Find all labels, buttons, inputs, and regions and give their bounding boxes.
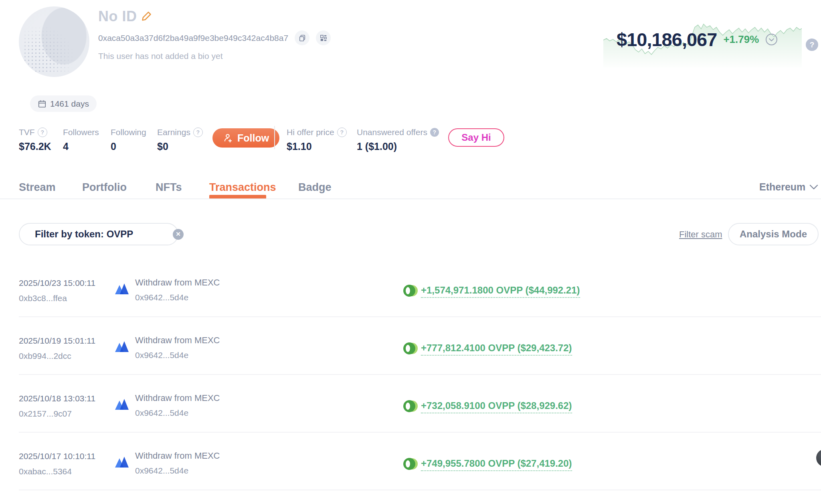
stat-value: $0	[157, 141, 203, 152]
token-filter-input[interactable]	[34, 228, 167, 240]
row-divider	[19, 374, 821, 375]
chain-selector[interactable]: Ethereum	[759, 181, 818, 193]
tx-date: 2025/10/19 15:01:11	[19, 336, 95, 346]
person-add-icon	[223, 133, 233, 143]
tx-date: 2025/10/18 13:03:11	[19, 394, 95, 403]
follow-button[interactable]: Follow	[212, 128, 279, 148]
chain-selector-value: Ethereum	[759, 181, 805, 193]
mexc-logo-icon	[114, 396, 129, 411]
transaction-row: 2025/10/19 15:01:11 0xb994...2dcc Withdr…	[0, 333, 821, 391]
hi-offer-help-icon[interactable]: ?	[337, 128, 347, 137]
edit-name-icon[interactable]	[141, 10, 153, 22]
ovpp-token-icon	[403, 342, 418, 354]
stat-value: $76.2K	[19, 141, 51, 152]
tab-portfolio[interactable]: Portfolio	[82, 181, 127, 194]
tx-action: Withdraw from MEXC	[135, 393, 220, 403]
analysis-mode-button[interactable]: Analysis Mode	[728, 223, 819, 245]
stat-label: Unanswered offers	[357, 128, 427, 137]
stat-label: Hi offer price	[287, 128, 334, 137]
stat-earnings: Earnings ? $0	[157, 128, 203, 152]
tx-counterparty-link[interactable]: 0x9642...5d4e	[135, 350, 188, 360]
tabs-divider	[0, 198, 821, 199]
mexc-logo-icon	[114, 454, 129, 469]
account-age-label: 1461 days	[50, 99, 89, 109]
tx-hash-link[interactable]: 0xb994...2dcc	[19, 351, 71, 361]
calendar-icon	[38, 99, 47, 108]
wallet-address: 0xaca50a3a37d6f2ba49a9f9e3be949c342ac4b8…	[98, 33, 288, 43]
stat-hi-offer-price: Hi offer price ? $1.10	[287, 128, 347, 152]
tx-amount-link[interactable]: +749,955.7800 OVPP ($27,419.20)	[421, 458, 572, 471]
tx-hash-link[interactable]: 0xb3c8...ffea	[19, 293, 67, 303]
row-divider	[19, 316, 821, 317]
ovpp-token-icon	[403, 400, 418, 412]
stat-value: $1.10	[287, 141, 347, 152]
stat-value: 4	[63, 141, 99, 152]
copy-address-button[interactable]	[295, 30, 309, 45]
chevron-down-icon	[809, 184, 818, 190]
qr-code-button[interactable]	[316, 30, 331, 45]
profile-bio: This user has not added a bio yet	[98, 51, 223, 61]
copy-icon	[299, 34, 306, 42]
mexc-logo-icon	[114, 338, 129, 354]
unanswered-offers-help-icon[interactable]: ?	[430, 128, 439, 137]
tx-amount-link[interactable]: +777,812.4100 OVPP ($29,423.72)	[421, 342, 572, 356]
row-divider	[19, 490, 821, 490]
tx-amount-link[interactable]: +1,574,971.1800 OVPP ($44,992.21)	[421, 285, 580, 298]
tab-stream[interactable]: Stream	[19, 181, 56, 194]
stat-value: 1 ($1.00)	[357, 141, 439, 152]
tx-counterparty-link[interactable]: 0x9642...5d4e	[135, 293, 188, 302]
networth-expand-button[interactable]	[765, 33, 778, 46]
profile-name: No ID	[98, 8, 137, 25]
mexc-logo-icon	[114, 281, 129, 296]
stat-followers[interactable]: Followers 4	[63, 128, 99, 152]
row-divider	[19, 432, 821, 433]
transaction-row: 2025/10/17 10:10:11 0xabac...5364 Withdr…	[0, 448, 821, 504]
tx-hash-link[interactable]: 0xabac...5364	[19, 467, 72, 476]
networth-change-percent: +1.79%	[723, 33, 759, 46]
stats-divider	[274, 126, 275, 149]
chevron-down-circle-icon	[765, 33, 778, 46]
earnings-help-icon[interactable]: ?	[193, 128, 203, 137]
tab-badge[interactable]: Badge	[298, 181, 332, 194]
tab-nfts[interactable]: NFTs	[156, 181, 182, 194]
filter-scam-link[interactable]: Filter scam	[679, 229, 722, 240]
stat-label: Earnings	[157, 128, 190, 137]
avatar	[19, 6, 89, 77]
say-hi-button[interactable]: Say Hi	[448, 128, 504, 147]
transaction-row: 2025/10/18 13:03:11 0x2157...9c07 Withdr…	[0, 391, 821, 448]
tx-counterparty-link[interactable]: 0x9642...5d4e	[135, 408, 188, 418]
tx-hash-link[interactable]: 0x2157...9c07	[19, 409, 72, 419]
account-age-badge: 1461 days	[30, 95, 97, 112]
stat-unanswered-offers: Unanswered offers ? 1 ($1.00)	[357, 128, 439, 152]
tx-counterparty-link[interactable]: 0x9642...5d4e	[135, 466, 188, 476]
tx-action: Withdraw from MEXC	[135, 277, 220, 288]
follow-button-label: Follow	[237, 132, 269, 144]
tab-transactions[interactable]: Transactions	[209, 181, 276, 194]
qr-code-icon	[320, 34, 327, 42]
stat-label: Followers	[63, 128, 99, 137]
tvf-help-icon[interactable]: ?	[38, 128, 47, 137]
stat-label: Following	[111, 128, 146, 137]
tx-action: Withdraw from MEXC	[135, 451, 220, 461]
stat-value: 0	[111, 141, 146, 152]
token-filter-box[interactable]: ✕	[19, 223, 178, 245]
ovpp-token-icon	[403, 285, 418, 297]
stat-label: TVF	[19, 128, 35, 137]
stat-following[interactable]: Following 0	[111, 128, 146, 152]
ovpp-token-icon	[403, 458, 418, 470]
transaction-row: 2025/10/23 15:00:11 0xb3c8...ffea Withdr…	[0, 275, 821, 333]
tx-amount-link[interactable]: +732,058.9100 OVPP ($28,929.62)	[421, 400, 572, 413]
networth-help-icon[interactable]: ?	[806, 38, 818, 51]
networth-value: $10,186,067	[617, 28, 717, 51]
clear-filter-button[interactable]: ✕	[173, 229, 184, 240]
tx-date: 2025/10/17 10:10:11	[19, 451, 95, 461]
tx-date: 2025/10/23 15:00:11	[19, 278, 95, 288]
stat-tvf: TVF ? $76.2K	[19, 128, 51, 152]
tx-action: Withdraw from MEXC	[135, 335, 220, 346]
